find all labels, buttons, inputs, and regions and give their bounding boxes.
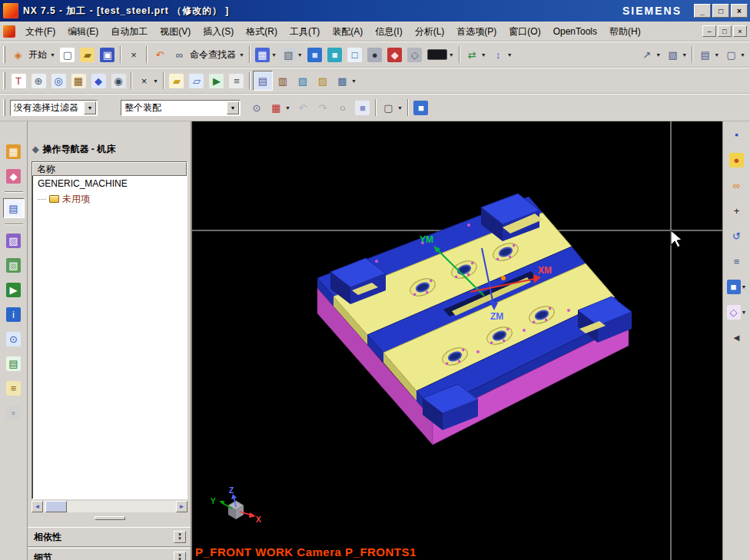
dropdown-arrow[interactable]: ▼ [153, 78, 158, 84]
machine-tool-view-button[interactable]: ▥ [273, 71, 293, 91]
panel-splitter-handle[interactable] [95, 516, 125, 520]
dropdown-arrow[interactable]: ▼ [714, 52, 719, 58]
show-hide-button[interactable]: ▧▼ [279, 45, 305, 65]
dropdown-arrow[interactable]: ▼ [397, 105, 403, 111]
fixture-plate-model[interactable] [317, 194, 632, 445]
graphics-viewport[interactable]: YM ZM XM Y Z X P_FRONT WORK Camera P [192, 121, 722, 560]
dropdown-arrow[interactable]: ▼ [449, 52, 454, 58]
rotate-view-button[interactable]: ↺ [726, 226, 748, 246]
highlight-hidden-button[interactable]: ○ [333, 98, 353, 118]
create-program-button[interactable]: T [8, 71, 28, 91]
studio-render-button[interactable]: ● [365, 45, 385, 65]
render-style-button[interactable]: ● [726, 150, 748, 170]
true-shading-button[interactable]: ◇ [405, 45, 425, 65]
menu-item-4[interactable]: 插入(S) [197, 22, 240, 41]
dropdown-arrow[interactable]: ▼ [655, 52, 661, 58]
save-button[interactable]: ▣ [98, 45, 118, 65]
child-minimize-button[interactable]: – [702, 25, 716, 37]
machining-method-view-button[interactable]: ▨ [313, 71, 333, 91]
face-analysis-button[interactable]: ◆ [385, 45, 405, 65]
object-display-button[interactable]: ▦▼ [253, 45, 279, 65]
scroll-thumb[interactable] [45, 501, 67, 512]
constraint-navigator-button[interactable]: ◆ [3, 166, 25, 186]
selection-scope-combo[interactable]: 整个装配▼ [121, 100, 241, 116]
menu-item-10[interactable]: 首选项(P) [450, 22, 503, 41]
tree-row-unused-items[interactable]: 未用项 [32, 191, 187, 207]
move-object-button[interactable]: ⇄▼ [463, 45, 489, 65]
create-geometry-button[interactable]: ◎ [48, 71, 68, 91]
background-color-swatch[interactable]: ▼ [425, 45, 456, 65]
dropdown-arrow[interactable]: ▼ [481, 52, 486, 58]
expand-details-button[interactable]: ▼▼ [174, 552, 186, 560]
edit-object-button[interactable]: ×▼ [134, 71, 161, 91]
recall-selection-button[interactable]: ↷ [313, 98, 333, 118]
dropdown-arrow[interactable]: ▼ [285, 105, 290, 111]
details-section[interactable]: 细节 ▼▼ [28, 548, 191, 560]
solid-select-button[interactable]: ■ [353, 98, 373, 118]
operation-navigator-button[interactable]: ▤ [3, 198, 25, 218]
scroll-right-button[interactable]: ► [176, 501, 188, 512]
system-materials-button[interactable]: ▤ [3, 353, 25, 373]
touch-panel-button[interactable]: ≡ [3, 378, 25, 398]
dropdown-arrow[interactable]: ▼ [742, 284, 747, 290]
dropdown-arrow[interactable]: ▼ [740, 52, 745, 58]
menu-item-5[interactable]: 格式(R) [240, 22, 284, 41]
generate-toolpath-button[interactable]: ▰ [167, 71, 187, 91]
shaded-cube-button[interactable]: ■▼ [726, 277, 748, 297]
undo-button[interactable]: ↶ [150, 45, 170, 65]
dropdown-arrow[interactable]: ▼ [297, 52, 303, 58]
replay-toolpath-button[interactable]: ▱ [187, 71, 207, 91]
child-restore-button[interactable]: □ [718, 25, 732, 37]
menu-item-0[interactable]: 文件(F) [19, 22, 61, 41]
dropdown-arrow[interactable]: ▼ [271, 52, 277, 58]
create-method-button[interactable]: ▦ [68, 71, 88, 91]
create-tool-button[interactable]: ⊕ [28, 71, 48, 91]
toolpath-list-button[interactable]: ▩▼ [333, 71, 359, 91]
previous-selection-button[interactable]: ↶ [293, 98, 313, 118]
shaded-edges-button[interactable]: ■ [305, 45, 325, 65]
internet-explorer-button[interactable]: i [3, 304, 25, 324]
shaded-button[interactable]: ■ [325, 45, 345, 65]
menu-item-7[interactable]: 装配(A) [326, 22, 369, 41]
snap-point-button[interactable]: ⊙ [247, 98, 267, 118]
selection-priority-button[interactable]: ▦▼ [267, 98, 293, 118]
wireframe-cube-button[interactable]: ◇▼ [726, 302, 748, 322]
tree-row-generic-machine[interactable]: GENERIC_MACHINE [32, 176, 187, 191]
toolbar-grip[interactable] [3, 72, 5, 89]
work-assembly-button[interactable]: ■ [411, 98, 431, 118]
column-header-name[interactable]: 名称 [32, 162, 187, 176]
navigator-h-scrollbar[interactable]: ◄ ► [32, 501, 188, 512]
dock-button[interactable]: ▪ [726, 124, 748, 144]
chain-link-button[interactable]: ∞ [726, 175, 748, 195]
dependencies-section[interactable]: 相依性 ▼▼ [28, 527, 191, 547]
process-studio-button[interactable]: ▶ [3, 280, 25, 300]
menu-item-2[interactable]: 自动加工 [105, 22, 154, 41]
menu-item-11[interactable]: 窗口(O) [503, 22, 546, 41]
rectangle-select-button[interactable]: ▢▼ [379, 98, 405, 118]
dropdown-arrow[interactable]: ▼ [351, 78, 357, 84]
wireframe-button[interactable]: □ [345, 45, 365, 65]
expand-button[interactable]: + [726, 200, 748, 220]
toolbar-grip[interactable] [3, 46, 5, 63]
find-feature-button[interactable]: ◉ [108, 71, 128, 91]
maximize-button[interactable]: □ [712, 4, 729, 18]
pattern-object-button[interactable]: ↕▼ [489, 45, 515, 65]
roles-button[interactable]: ▫ [3, 403, 25, 422]
machining-feature-navigator-button[interactable]: ▨ [3, 230, 25, 250]
dropdown-arrow[interactable]: ▼ [682, 52, 687, 58]
menu-item-13[interactable]: 帮助(H) [603, 22, 647, 41]
geometry-view-button[interactable]: ▧ [293, 71, 313, 91]
selection-filter-combo-arrow[interactable]: ▼ [84, 101, 96, 114]
dropdown-arrow[interactable]: ▼ [50, 52, 55, 58]
dropdown-arrow[interactable]: ▼ [507, 52, 513, 58]
open-file-button[interactable]: ▰ [78, 45, 98, 65]
menu-item-12[interactable]: OpenTools [547, 22, 603, 41]
post-process-button[interactable]: ≡ [227, 71, 247, 91]
scroll-left-button[interactable]: ◄ [32, 501, 43, 512]
window-layout-button[interactable]: ▤▼ [695, 45, 722, 65]
delete-button[interactable]: × [124, 45, 144, 65]
expand-dependencies-button[interactable]: ▼▼ [174, 531, 186, 543]
menu-item-1[interactable]: 编辑(E) [61, 22, 105, 41]
menu-item-9[interactable]: 分析(L) [409, 22, 451, 41]
toolbar-grip[interactable] [3, 99, 5, 116]
